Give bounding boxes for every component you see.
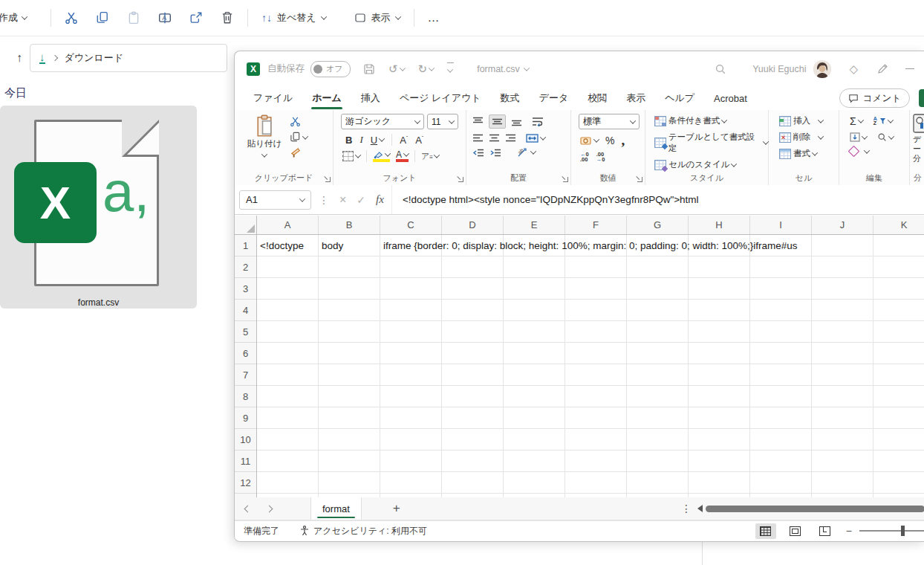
enter-icon[interactable]: ✓ <box>357 194 365 206</box>
ribbon-tab-挿入[interactable]: 挿入 <box>351 87 390 109</box>
bold-button[interactable]: B <box>345 135 352 146</box>
sheet-prev-icon[interactable] <box>244 505 252 512</box>
font-name-select[interactable]: 游ゴシック <box>341 114 424 129</box>
sheet-next-icon[interactable] <box>266 505 273 512</box>
copy-button[interactable] <box>87 4 118 31</box>
increase-decimal-button[interactable]: ←0.00 <box>580 152 589 162</box>
ribbon-tab-校閲[interactable]: 校閲 <box>578 87 616 109</box>
ribbon-tab-ホーム[interactable]: ホーム <box>302 87 351 109</box>
row-header-5[interactable]: 5 <box>235 321 256 343</box>
avatar[interactable] <box>813 60 831 78</box>
comments-button[interactable]: コメント <box>839 88 910 108</box>
comma-button[interactable]: , <box>621 138 625 143</box>
column-header-B[interactable]: B <box>319 216 380 234</box>
ribbon-tab-ファイル[interactable]: ファイル <box>244 87 302 109</box>
borders-button[interactable] <box>342 151 360 161</box>
minimize-button[interactable] <box>905 68 914 69</box>
ribbon-tab-ページ レイアウト[interactable]: ページ レイアウト <box>390 87 491 109</box>
redo-button[interactable]: ↻ <box>418 62 435 76</box>
find-select-button[interactable] <box>877 132 894 142</box>
row-header-1[interactable]: 1 <box>235 235 256 256</box>
italic-button[interactable]: I <box>359 134 362 146</box>
ribbon-tab-データ[interactable]: データ <box>530 87 579 109</box>
row-header-11[interactable]: 11 <box>235 451 256 472</box>
window-title[interactable]: format.csv <box>477 64 529 74</box>
wrap-text-button[interactable] <box>532 117 544 126</box>
save-icon[interactable] <box>363 63 375 75</box>
align-middle-button[interactable] <box>489 114 506 129</box>
format-cells-button[interactable]: 書式 <box>779 148 839 159</box>
row-header-12[interactable]: 12 <box>235 472 256 494</box>
cell-A1[interactable]: <!doctype <box>257 235 318 256</box>
share-button[interactable] <box>180 4 212 31</box>
accessibility-status[interactable]: アクセシビリティ: 利用不可 <box>313 525 427 537</box>
row-header-7[interactable]: 7 <box>235 364 256 386</box>
autosave-toggle[interactable]: オフ <box>310 61 351 77</box>
ribbon-tab-ヘルプ[interactable]: ヘルプ <box>655 87 704 109</box>
row-header-6[interactable]: 6 <box>235 343 256 364</box>
font-size-select[interactable]: 11 <box>427 114 458 129</box>
underline-button[interactable]: U <box>371 135 384 146</box>
quick-access-menu-icon[interactable] <box>447 62 454 75</box>
new-sheet-button[interactable]: + <box>393 501 400 516</box>
insert-function-icon[interactable]: fx <box>376 193 384 206</box>
insert-cells-button[interactable]: 挿入 <box>779 115 839 126</box>
sort-filter-button[interactable]: AZ <box>873 117 893 126</box>
paste-button[interactable] <box>118 4 149 31</box>
scroll-left-icon[interactable] <box>697 505 703 512</box>
cancel-icon[interactable]: × <box>339 193 346 207</box>
column-header-A[interactable]: A <box>257 216 319 234</box>
scrollbar-thumb[interactable] <box>706 506 924 512</box>
font-color-button[interactable]: A <box>396 151 409 162</box>
number-format-select[interactable]: 標準 <box>579 114 640 129</box>
page-layout-view-button[interactable] <box>785 523 806 539</box>
align-top-button[interactable] <box>472 117 484 126</box>
align-right-button[interactable] <box>505 133 516 143</box>
dialog-launcher-icon[interactable] <box>636 175 642 182</box>
column-header-C[interactable]: C <box>380 216 442 234</box>
delete-button[interactable] <box>212 4 243 31</box>
page-break-view-button[interactable] <box>815 523 836 539</box>
ribbon-tab-数式[interactable]: 数式 <box>491 87 530 109</box>
column-header-H[interactable]: H <box>689 216 750 234</box>
row-header-9[interactable]: 9 <box>235 407 256 429</box>
zoom-slider[interactable] <box>859 530 924 532</box>
column-header-G[interactable]: G <box>627 216 689 234</box>
increase-font-button[interactable]: Aˆ <box>400 135 408 146</box>
dialog-launcher-icon[interactable] <box>324 175 331 182</box>
share-button-partial[interactable] <box>919 89 924 107</box>
cell-C1[interactable]: iframe {border: 0; display: block; heigh… <box>383 235 798 256</box>
delete-cells-button[interactable]: ×削除 <box>779 132 839 143</box>
fill-button[interactable] <box>850 132 867 142</box>
format-painter-button[interactable] <box>290 147 308 158</box>
sort-button[interactable]: ↑↓ 並べ替え <box>253 4 335 31</box>
dialog-launcher-icon[interactable] <box>457 175 463 182</box>
file-tile-format-csv[interactable]: X a, format.csv <box>0 106 197 309</box>
select-all-corner[interactable] <box>235 216 257 235</box>
dialog-launcher-icon[interactable] <box>562 175 568 182</box>
fill-color-button[interactable] <box>373 151 390 162</box>
paste-big-button[interactable]: 貼り付け <box>245 114 284 160</box>
accounting-format-button[interactable] <box>580 136 599 146</box>
ribbon-tab-Acrobat[interactable]: Acrobat <box>704 88 757 109</box>
cut-button[interactable] <box>56 4 87 31</box>
horizontal-scrollbar[interactable] <box>697 505 924 512</box>
decrease-font-button[interactable]: Aˇ <box>415 135 423 146</box>
align-center-button[interactable] <box>489 133 500 143</box>
feedback-pen-icon[interactable] <box>876 63 888 75</box>
phonetic-guide-button[interactable]: ア≡ <box>421 151 439 162</box>
new-button[interactable]: 新規作成 <box>0 4 46 31</box>
zoom-out-button[interactable]: − <box>846 525 852 537</box>
row-header-8[interactable]: 8 <box>235 386 256 407</box>
analyze-data-button[interactable]: デー分 <box>910 110 924 164</box>
row-header-10[interactable]: 10 <box>235 429 256 451</box>
column-header-E[interactable]: E <box>504 216 565 234</box>
copy-button[interactable] <box>290 132 308 143</box>
search-icon[interactable] <box>715 63 726 75</box>
rename-button[interactable]: A <box>149 4 180 31</box>
conditional-formatting-button[interactable]: 条件付き書式 <box>654 115 768 126</box>
increase-indent-button[interactable] <box>489 148 501 158</box>
more-options-button[interactable]: … <box>419 4 450 31</box>
row-header-4[interactable]: 4 <box>235 300 256 321</box>
orientation-button[interactable]: ab <box>517 147 536 158</box>
